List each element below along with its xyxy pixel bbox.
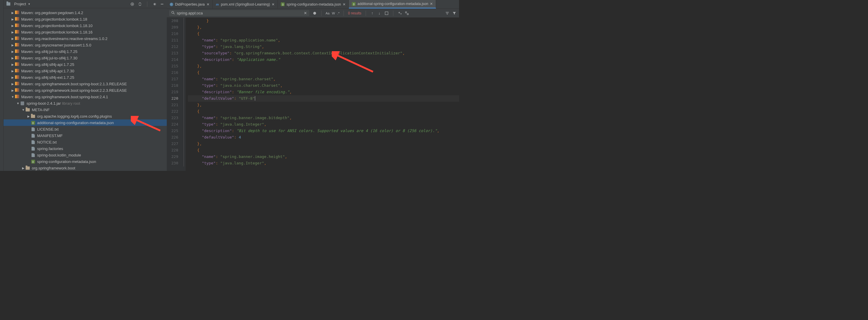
hide-icon[interactable] [160,2,164,6]
prev-occurrence-icon[interactable] [312,11,317,15]
tree-arrow-icon[interactable]: ▶ [11,24,14,27]
tree-item[interactable]: {}additional-spring-configuration-metada… [3,119,167,126]
fold-marker[interactable] [182,128,186,134]
fold-marker[interactable] [182,31,186,37]
fold-marker[interactable] [182,89,186,95]
expand-all-icon[interactable] [137,2,142,6]
filter-options-icon[interactable] [445,11,450,15]
tree-item[interactable]: ▶Maven: org.projectlombok:lombok:1.18.16 [3,29,167,35]
fold-marker[interactable] [182,147,186,153]
tree-item[interactable]: MANIFEST.MF [3,132,167,139]
tree-item[interactable]: ▶Maven: org.slf4j:jul-to-slf4j:1.7.30 [3,55,167,61]
tree-item[interactable]: ▶Maven: org.slf4j:slf4j-ext:1.7.25 [3,74,167,80]
select-all-occurrences-icon[interactable] [405,11,409,15]
code-line[interactable]: "type": "java.lang.Integer", [188,160,459,167]
tree-item[interactable]: ▶Maven: org.slf4j:slf4j-api:1.7.25 [3,61,167,68]
tree-item[interactable]: ▶Maven: org.slf4j:jul-to-slf4j:1.7.25 [3,48,167,55]
down-arrow-icon[interactable]: ↓ [377,11,382,15]
code-line[interactable]: "defaultValue": "UTF-8" [188,95,459,102]
words-icon[interactable]: W [332,11,335,15]
up-arrow-icon[interactable]: ↑ [370,11,375,15]
code-line[interactable]: "description": "Bit depth to use for ANS… [188,128,459,134]
filter-icon[interactable] [452,11,457,15]
tree-item[interactable]: ▶org.springframework.boot [3,165,167,171]
fold-marker[interactable] [182,24,186,31]
tree-item[interactable]: spring.factories [3,145,167,152]
tree-item[interactable]: ▶Maven: org.springframework.boot:spring-… [3,87,167,94]
tree-item[interactable]: ▶Maven: org.pegdown:pegdown:1.4.2 [3,9,167,16]
fold-marker[interactable] [182,160,186,167]
tree-item[interactable]: spring-boot.kotlin_module [3,152,167,158]
code-line[interactable]: { [188,147,459,153]
select-opened-file-icon[interactable] [130,2,135,6]
code-area[interactable]: } }, { "name": "spring.application.name"… [186,17,459,171]
fold-marker[interactable] [182,37,186,43]
regex-icon[interactable]: .* [337,11,339,15]
fold-marker[interactable] [182,76,186,82]
tree-arrow-icon[interactable]: ▶ [11,50,14,53]
code-editor[interactable]: 2082092102112122132142152162172182192202… [167,17,459,171]
sidebar-title[interactable]: Project ▼ [6,2,130,6]
fold-marker[interactable] [182,153,186,160]
tree-item[interactable]: ▶Maven: org.projectlombok:lombok:1.18.10 [3,22,167,29]
code-line[interactable]: { [188,31,459,37]
fold-marker[interactable] [182,69,186,76]
code-line[interactable]: }, [188,63,459,69]
code-line[interactable]: "type": "java.lang.String", [188,43,459,50]
fold-marker[interactable] [182,115,186,121]
code-line[interactable]: "description": "Application name." [188,57,459,63]
close-icon[interactable]: ✕ [430,2,433,6]
search-input[interactable] [177,11,302,15]
code-line[interactable]: "sourceType": "org.springframework.boot.… [188,50,459,57]
tree-item[interactable]: ▶org.apache.logging.log4j.core.config.pl… [3,113,167,119]
tree-arrow-icon[interactable]: ▶ [11,31,14,34]
editor-tab[interactable]: {}spring-configuration-metadata.json✕ [278,0,349,8]
code-line[interactable]: }, [188,24,459,31]
editor-tab[interactable]: mpom.xml (SpringBoot-Learning)✕ [213,0,278,8]
tree-item[interactable]: LICENSE.txt [3,126,167,132]
code-line[interactable]: "description": "Banner file encoding.", [188,89,459,95]
fold-marker[interactable] [182,95,186,102]
close-icon[interactable]: ✕ [207,2,210,6]
tree-arrow-icon[interactable]: ▶ [27,115,30,118]
code-line[interactable]: "name": "spring.banner.image.height", [188,153,459,160]
tree-arrow-icon[interactable]: ▶ [11,43,14,47]
tree-item[interactable]: ▼Maven: org.springframework.boot:spring-… [3,94,167,100]
tree-arrow-icon[interactable]: ▶ [11,82,14,85]
fold-marker[interactable] [182,57,186,63]
match-case-icon[interactable]: Aa [326,11,330,15]
tree-item[interactable]: ▶Maven: org.projectlombok:lombok:1.18 [3,16,167,22]
tree-item[interactable]: ▶Maven: org.reactivestreams:reactive-str… [3,35,167,42]
tree-arrow-icon[interactable]: ▶ [11,69,14,73]
code-line[interactable]: }, [188,141,459,147]
code-line[interactable]: } [188,17,459,24]
fold-marker[interactable] [182,108,186,115]
tree-item[interactable]: ▶Maven: org.slf4j:slf4j-api:1.7.30 [3,68,167,74]
tree-arrow-icon[interactable]: ▶ [11,17,14,21]
fold-marker[interactable] [182,50,186,57]
fold-marker[interactable] [182,82,186,89]
tree-item[interactable]: ▶Maven: org.skyscreamer:jsonassert:1.5.0 [3,42,167,48]
tree-item[interactable]: {}spring-configuration-metadata.json [3,158,167,165]
tree-item[interactable]: ▼spring-boot-2.4.1.jarlibrary root [3,100,167,106]
add-selection-icon[interactable] [398,11,402,15]
tree-arrow-icon[interactable]: ▶ [22,167,25,170]
fold-marker[interactable] [182,121,186,128]
tree-arrow-icon[interactable]: ▶ [11,76,14,79]
tree-arrow-icon[interactable]: ▶ [11,11,14,14]
code-line[interactable]: }, [188,102,459,108]
tree-arrow-icon[interactable]: ▶ [11,63,14,66]
close-icon[interactable]: ✕ [343,2,346,6]
tree-item[interactable]: ▶Maven: org.springframework.boot:spring-… [3,80,167,87]
code-line[interactable]: "type": "java.lang.Integer", [188,121,459,128]
fold-marker[interactable] [182,43,186,50]
tree-arrow-icon[interactable]: ▼ [22,108,25,111]
select-all-icon[interactable] [384,11,389,15]
code-line[interactable]: { [188,108,459,115]
fold-gutter[interactable] [182,17,186,171]
editor-tab[interactable]: {}additional-spring-configuration-metada… [349,0,436,8]
tree-item[interactable]: NOTICE.txt [3,139,167,145]
code-line[interactable]: "type": "java.nio.charset.Charset", [188,82,459,89]
tree-item[interactable]: ▼META-INF [3,106,167,113]
project-tree[interactable]: ▶Maven: org.pegdown:pegdown:1.4.2▶Maven:… [3,8,167,171]
